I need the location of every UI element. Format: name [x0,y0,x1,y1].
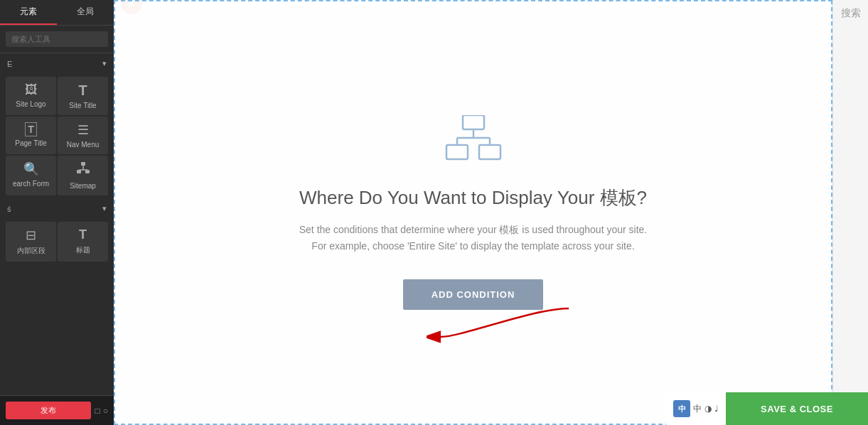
tray-text-1: 中 [693,403,702,415]
page-title-label: Page Title [15,139,46,147]
section-header-2: ś ▾ [0,198,114,219]
chevron-down-icon-2: ▾ [102,204,107,213]
left-dashed-border [114,0,116,425]
sidebar-item-page-title[interactable]: T Page Title [6,117,56,154]
site-logo-icon: 🖼 [25,82,38,97]
site-title-icon: T [78,82,87,99]
svg-rect-5 [463,115,484,129]
search-form-label: earch Form [13,180,49,188]
sidebar-item-sitemap[interactable]: Sitemap [58,156,108,195]
modal-overlay: Where Do You Want to Display Your 模板? Se… [114,0,832,425]
tab-global[interactable]: 全局 [57,0,114,25]
heading-label: 标题 [76,245,90,255]
tray-text-2: ◑ [704,404,712,414]
left-sidebar: 元素 全局 E ▾ 🖼 Site Logo T Site Title T Pag… [0,0,114,425]
sidebar-item-site-logo[interactable]: 🖼 Site Logo [6,77,56,115]
svg-rect-0 [81,162,85,166]
site-logo-label: Site Logo [16,100,45,108]
publish-button[interactable]: 发布 [6,402,91,419]
heading-icon: T [79,227,87,242]
system-tray: 中 中 ◑ ♩ [666,392,726,425]
tray-text-3: ♩ [714,404,719,414]
modal-title: Where Do You Want to Display Your 模板? [299,185,647,210]
sidebar-item-inner-section[interactable]: ⊟ 内部区段 [6,222,56,262]
footer-icons: □ ○ [95,406,109,416]
nav-menu-label: Nav Menu [67,141,100,149]
svg-rect-6 [446,145,468,159]
main-content: A [114,0,832,425]
sidebar-item-heading[interactable]: T 标题 [58,222,108,262]
tray-app-icon: 中 [673,400,690,417]
sitemap-label: Sitemap [70,182,96,190]
sidebar-item-nav-menu[interactable]: ☰ Nav Menu [58,117,108,154]
widget-grid-2: ⊟ 内部区段 T 标题 [0,219,114,264]
search-form-icon: 🔍 [23,161,39,177]
sidebar-item-site-title[interactable]: T Site Title [58,77,108,115]
widget-grid: 🖼 Site Logo T Site Title T Page Title ☰ … [0,74,114,198]
right-dashed-border [830,0,832,425]
sidebar-tabs: 元素 全局 [0,0,114,26]
inner-section-icon: ⊟ [26,227,36,243]
nav-menu-icon: ☰ [77,122,89,138]
svg-rect-7 [479,145,500,159]
footer-icon-1: □ [95,406,100,416]
footer-icon-2: ○ [103,406,108,416]
search-icon[interactable]: 搜索 [841,7,861,20]
hierarchy-icon [445,115,502,164]
sidebar-footer: 发布 □ ○ [0,395,114,425]
chevron-down-icon: ▾ [102,59,107,68]
inner-section-label: 内部区段 [17,246,45,256]
tab-elements[interactable]: 元素 [0,0,57,25]
modal-content: Where Do You Want to Display Your 模板? Se… [285,101,662,324]
site-title-label: Site Title [69,102,96,109]
page-title-icon: T [25,122,37,136]
section-header-1: E ▾ [0,53,114,74]
sidebar-item-search-form[interactable]: 🔍 earch Form [6,156,56,195]
modal-description: Set the conditions that determine where … [299,222,648,254]
right-panel: 搜索 [832,0,868,425]
button-area: ADD CONDITION [403,279,544,310]
sidebar-search-area [0,26,114,53]
search-input[interactable] [6,31,108,47]
save-close-bar[interactable]: SAVE & CLOSE [726,392,868,425]
save-close-label: SAVE & CLOSE [761,404,833,414]
sitemap-icon [76,161,90,179]
add-condition-button[interactable]: ADD CONDITION [403,279,544,310]
